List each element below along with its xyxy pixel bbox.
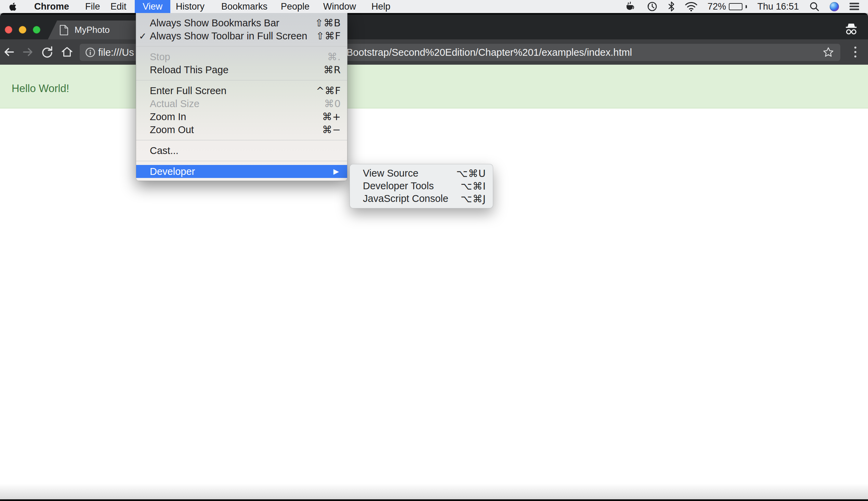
menubar-item-file[interactable]: File bbox=[79, 0, 107, 13]
incognito-icon bbox=[844, 23, 858, 36]
desktop-screen: Chrome File Edit View History Bookmarks … bbox=[0, 0, 868, 501]
menubar-item-window[interactable]: Window bbox=[317, 0, 362, 13]
menubar-item-help[interactable]: Help bbox=[365, 0, 397, 13]
menu-item-shortcut: ⌘− bbox=[322, 124, 341, 136]
menu-item-shortcut: ⇧⌘F bbox=[316, 30, 341, 42]
menu-item-developer[interactable]: Developer ▶ bbox=[136, 165, 347, 178]
menu-item-always-show-toolbar-fullscreen[interactable]: ✓ Always Show Toolbar in Full Screen ⇧⌘F bbox=[136, 30, 347, 42]
menu-item-enter-full-screen[interactable]: Enter Full Screen ^⌘F bbox=[136, 84, 347, 97]
menu-item-label: Stop bbox=[150, 51, 327, 63]
apple-menu[interactable] bbox=[2, 0, 23, 13]
menu-item-shortcut: ⌘+ bbox=[322, 111, 341, 122]
menu-item-shortcut: ⌥⌘I bbox=[461, 180, 486, 192]
page-file-icon bbox=[59, 25, 68, 35]
menubar-status-area: 72% Thu 16:51 bbox=[620, 0, 868, 13]
menu-item-stop: Stop ⌘. bbox=[136, 50, 347, 63]
developer-submenu: View Source ⌥⌘U Developer Tools ⌥⌘I Java… bbox=[349, 164, 493, 209]
submenu-arrow-icon: ▶ bbox=[334, 167, 341, 175]
menu-item-shortcut: ⌘. bbox=[327, 51, 341, 63]
tab-title: MyPhoto bbox=[75, 25, 110, 35]
page-info-icon[interactable] bbox=[85, 47, 95, 57]
menubar-item-edit[interactable]: Edit bbox=[104, 0, 133, 13]
menu-item-label: JavaScript Console bbox=[363, 193, 461, 204]
url-text-prefix: file:///Us bbox=[98, 44, 134, 61]
battery-status[interactable]: 72% bbox=[703, 0, 752, 13]
alert-text: Hello World! bbox=[12, 83, 69, 95]
menu-item-shortcut: ⌘0 bbox=[324, 98, 341, 109]
siri-icon[interactable] bbox=[825, 0, 844, 13]
home-button[interactable] bbox=[61, 46, 73, 58]
battery-icon bbox=[729, 3, 742, 10]
submenu-item-view-source[interactable]: View Source ⌥⌘U bbox=[350, 167, 493, 180]
menu-item-label: Actual Size bbox=[150, 98, 324, 109]
bluetooth-icon[interactable] bbox=[663, 0, 680, 13]
submenu-item-javascript-console[interactable]: JavaScript Console ⌥⌘J bbox=[350, 192, 493, 205]
macos-menubar: Chrome File Edit View History Bookmarks … bbox=[0, 0, 868, 13]
menu-item-actual-size: Actual Size ⌘0 bbox=[136, 97, 347, 110]
chrome-menu-kebab-icon[interactable] bbox=[854, 44, 857, 60]
forward-button[interactable] bbox=[22, 46, 34, 58]
minimize-window-button[interactable] bbox=[19, 26, 26, 33]
caffeine-cup-icon[interactable] bbox=[620, 0, 642, 13]
notification-center-icon[interactable] bbox=[844, 0, 865, 13]
submenu-item-developer-tools[interactable]: Developer Tools ⌥⌘I bbox=[350, 180, 493, 192]
back-button[interactable] bbox=[3, 46, 15, 58]
menu-separator bbox=[136, 46, 347, 46]
menu-item-label: Developer Tools bbox=[363, 180, 461, 192]
reload-button[interactable] bbox=[41, 46, 53, 58]
menu-item-label: Enter Full Screen bbox=[150, 85, 316, 96]
close-window-button[interactable] bbox=[5, 26, 12, 33]
clock-label: Thu 16:51 bbox=[757, 1, 799, 12]
view-dropdown-menu: Always Show Bookmarks Bar ⇧⌘B ✓ Always S… bbox=[136, 13, 347, 181]
menu-item-label: Zoom In bbox=[150, 111, 322, 122]
menu-separator bbox=[136, 140, 347, 140]
menu-item-always-show-bookmarks-bar[interactable]: Always Show Bookmarks Bar ⇧⌘B bbox=[136, 17, 347, 30]
menubar-item-view[interactable]: View bbox=[135, 0, 170, 13]
battery-tip bbox=[746, 5, 747, 8]
menu-item-shortcut: ⇧⌘B bbox=[315, 17, 341, 29]
page-content: Hello World! bbox=[0, 65, 868, 499]
zoom-window-button[interactable] bbox=[33, 26, 40, 33]
menu-item-cast[interactable]: Cast... bbox=[136, 144, 347, 157]
menu-item-label: Developer bbox=[150, 166, 334, 177]
menu-item-label: Zoom Out bbox=[150, 124, 322, 136]
battery-percent-label: 72% bbox=[708, 1, 726, 12]
menu-item-label: Cast... bbox=[150, 145, 341, 157]
tab-strip: MyPhoto bbox=[0, 15, 868, 39]
bookmark-star-icon[interactable] bbox=[823, 46, 834, 58]
menu-separator bbox=[136, 161, 347, 161]
menubar-item-history[interactable]: History bbox=[169, 0, 211, 13]
menu-item-zoom-in[interactable]: Zoom In ⌘+ bbox=[136, 110, 347, 123]
apple-logo-icon bbox=[9, 2, 17, 11]
menu-item-shortcut: ⌥⌘J bbox=[461, 193, 486, 205]
menu-separator bbox=[136, 80, 347, 81]
menubar-item-people[interactable]: People bbox=[274, 0, 316, 13]
window-controls bbox=[5, 26, 40, 33]
menu-item-shortcut: ⌥⌘U bbox=[456, 168, 486, 179]
wifi-icon[interactable] bbox=[680, 0, 703, 13]
menubar-item-chrome[interactable]: Chrome bbox=[28, 0, 76, 13]
navigation-toolbar: file:///Us Bootstrap/Second%20Edition/Ch… bbox=[0, 39, 868, 65]
page-bottom-shade bbox=[0, 483, 868, 499]
success-alert: Hello World! bbox=[0, 65, 868, 108]
menu-item-label: Always Show Bookmarks Bar bbox=[150, 18, 315, 29]
checkmark-icon: ✓ bbox=[139, 31, 147, 41]
spotlight-search-icon[interactable] bbox=[804, 0, 825, 13]
menu-item-label: View Source bbox=[363, 168, 456, 179]
time-machine-icon[interactable] bbox=[642, 0, 663, 13]
url-text-suffix: Bootstrap/Second%20Edition/Chapter%201/e… bbox=[346, 44, 632, 61]
menu-item-label: Reload This Page bbox=[150, 64, 324, 76]
chrome-window: MyPhoto bbox=[0, 13, 868, 499]
menubar-item-bookmarks[interactable]: Bookmarks bbox=[215, 0, 274, 13]
menubar-clock[interactable]: Thu 16:51 bbox=[752, 0, 804, 13]
menu-item-reload-this-page[interactable]: Reload This Page ⌘R bbox=[136, 63, 347, 76]
menu-item-label: Always Show Toolbar in Full Screen bbox=[150, 31, 316, 42]
menu-item-shortcut: ⌘R bbox=[324, 64, 341, 76]
menu-item-zoom-out[interactable]: Zoom Out ⌘− bbox=[136, 123, 347, 136]
menu-item-shortcut: ^⌘F bbox=[316, 85, 341, 96]
